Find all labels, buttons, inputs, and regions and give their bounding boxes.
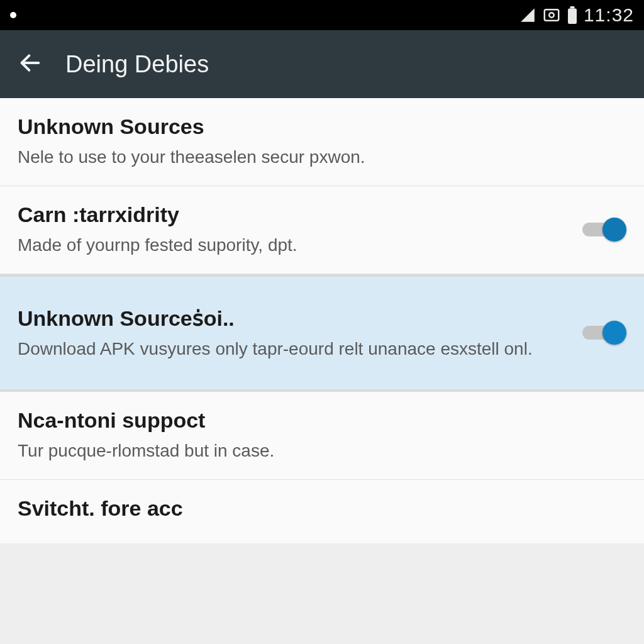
svg-point-1 — [549, 13, 554, 18]
setting-title: Carn :tarrxidrity — [18, 203, 570, 227]
app-bar: Deing Debies — [0, 30, 644, 98]
back-arrow-icon[interactable] — [18, 50, 43, 78]
setting-title: Unknown Sources — [18, 114, 626, 139]
setting-title: Nca-ntoni suppoct — [18, 408, 626, 433]
page-title: Deing Debies — [65, 51, 209, 78]
setting-nca-ntoni-suppoct[interactable]: Nca-ntoni suppoct Tur pucque-rlomstad bu… — [0, 392, 644, 480]
toggle-thumb — [602, 218, 626, 242]
setting-title: Unknown Sourceṡoi.. — [18, 306, 570, 331]
svg-rect-0 — [545, 9, 559, 21]
setting-subtitle: Made of yournp fested supority, dpt. — [18, 233, 570, 257]
battery-icon — [567, 6, 577, 24]
setting-subtitle: Tur pucque-rlomstad but in case. — [18, 439, 626, 463]
setting-title: Svitcht. fore acc — [18, 496, 626, 521]
toggle-switch[interactable] — [582, 321, 626, 345]
status-bar: 11:32 — [0, 0, 644, 30]
signal-icon — [519, 7, 536, 23]
settings-list: Unknown Sources Nele to use to your thee… — [0, 98, 644, 543]
setting-carn-tarrxidrity[interactable]: Carn :tarrxidrity Made of yournp fested … — [0, 186, 644, 274]
setting-unknown-source-oi[interactable]: Unknown Sourceṡoi.. Download APK vusyure… — [0, 274, 644, 392]
system-icon — [542, 6, 561, 25]
setting-subtitle: Download APK vusyures only tapr-eourd re… — [18, 337, 570, 361]
svg-rect-3 — [570, 6, 574, 9]
toggle-switch[interactable] — [582, 218, 626, 242]
status-clock: 11:32 — [584, 4, 634, 26]
svg-rect-2 — [568, 9, 577, 25]
setting-unknown-sources[interactable]: Unknown Sources Nele to use to your thee… — [0, 98, 644, 186]
setting-subtitle: Nele to use to your theeaselen secur pxw… — [18, 145, 626, 169]
notification-dot-icon — [10, 12, 16, 18]
setting-svitcht-fore-acc[interactable]: Svitcht. fore acc — [0, 480, 644, 543]
toggle-thumb — [602, 321, 626, 345]
